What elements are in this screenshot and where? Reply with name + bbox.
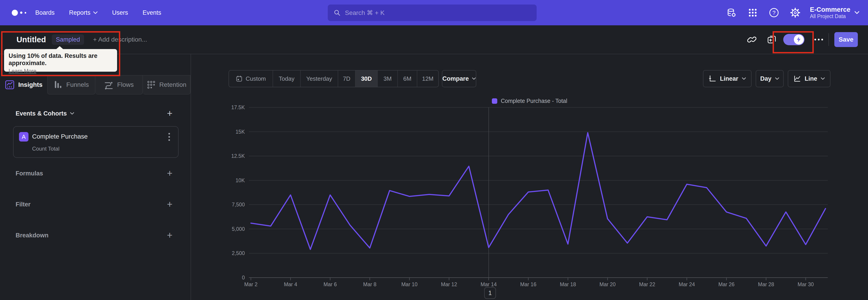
pagination-page-1[interactable]: 1 [484,287,496,299]
svg-text:2,500: 2,500 [232,250,245,256]
filter-section: Filter + [16,200,173,209]
calendar-icon [236,75,243,82]
nav-item-reports[interactable]: Reports [69,9,98,16]
tab-insights[interactable]: Insights [0,75,47,94]
filter-label: Filter [16,201,31,208]
nav-item-boards[interactable]: Boards [35,9,55,16]
range-6m[interactable]: 6M [398,70,417,87]
add-breakdown-button[interactable]: + [167,231,173,240]
svg-text:Mar 10: Mar 10 [401,281,417,287]
chevron-down-icon [821,77,825,80]
svg-text:12.5K: 12.5K [231,153,245,159]
report-type-tabs: Insights Funnels Flows [0,75,191,94]
settings-gear-icon[interactable] [790,7,800,18]
scale-dropdown[interactable]: Linear [703,70,752,87]
svg-text:Mar 26: Mar 26 [718,281,735,287]
svg-text:Mar 24: Mar 24 [679,281,695,287]
insights-icon [5,80,15,90]
top-nav-right: ? E-Commerce All Project Data [715,0,860,25]
tab-funnels[interactable]: Funnels [47,75,95,94]
report-title[interactable]: Untitled [17,35,46,44]
event-name[interactable]: Complete Purchase [32,133,88,140]
top-nav-menu: Boards Reports Users Events [35,9,161,16]
svg-text:7,500: 7,500 [232,202,245,208]
svg-text:Mar 2: Mar 2 [244,281,258,287]
svg-text:Mar 20: Mar 20 [599,281,616,287]
svg-text:Mar 18: Mar 18 [560,281,576,287]
tab-retention[interactable]: Retention [143,75,191,94]
svg-text:Mar 4: Mar 4 [284,281,297,287]
nav-item-events[interactable]: Events [143,9,161,16]
project-switcher[interactable]: E-Commerce All Project Data [810,6,860,20]
range-today[interactable]: Today [273,70,301,87]
tooltip-text: Using 10% of data. Results are approxima… [8,52,113,67]
range-7d[interactable]: 7D [338,70,355,87]
sampled-badge[interactable]: Sampled [52,34,84,45]
lightning-bolt-icon [794,35,804,44]
formulas-section: Formulas + [16,169,173,178]
search-input[interactable]: Search ⌘ + K [328,4,537,21]
chevron-down-icon [855,11,860,14]
tooltip-caret [56,46,63,49]
divider [829,33,829,46]
search-placeholder: Search ⌘ + K [345,9,384,17]
axis-scale-icon [709,75,716,83]
add-to-board-icon[interactable] [767,35,776,44]
chevron-down-icon [472,77,476,80]
date-range-control: Custom Today Yesterday 7D 30D 3M 6M 12M [228,70,439,87]
event-options-icon[interactable] [164,131,174,142]
tab-flows[interactable]: Flows [95,75,143,94]
svg-text:?: ? [772,10,776,16]
chevron-down-icon [742,77,746,80]
report-title-bar: Untitled Sampled + Add description... [0,25,868,54]
sampling-toggle[interactable] [783,34,804,45]
range-3m[interactable]: 3M [378,70,398,87]
learn-more-link[interactable]: Learn More [8,68,36,74]
svg-text:Mar 30: Mar 30 [798,281,814,287]
svg-text:Mar 28: Mar 28 [758,281,774,287]
svg-text:17.5K: 17.5K [231,104,245,110]
mixpanel-logo-icon[interactable] [12,10,26,16]
chart-controls: Custom Today Yesterday 7D 30D 3M 6M 12M … [191,70,868,87]
breakdown-section: Breakdown + [16,230,173,240]
data-management-icon[interactable] [726,7,737,18]
project-name: E-Commerce [810,6,850,13]
add-event-button[interactable]: + [167,109,173,118]
range-12m[interactable]: 12M [417,70,438,87]
event-metric[interactable]: Count Total [32,146,59,152]
project-scope: All Project Data [810,13,850,19]
save-button[interactable]: Save [834,32,858,47]
apps-grid-icon[interactable] [747,7,758,18]
line-chart[interactable]: 02,5005,0007,50010K12.5K15K17.5KMar 2Mar… [191,95,868,300]
chevron-down-icon [93,11,98,14]
range-30d[interactable]: 30D [355,70,378,87]
svg-text:Mar 14: Mar 14 [480,281,497,287]
range-custom[interactable]: Custom [229,70,273,87]
svg-text:Mar 8: Mar 8 [363,281,377,287]
more-menu-icon[interactable] [814,35,824,44]
nav-item-users[interactable]: Users [112,9,128,16]
events-cohorts-header: Events & Cohorts + [16,109,173,118]
compare-button[interactable]: Compare [442,70,476,87]
add-description[interactable]: + Add description... [93,36,147,43]
copy-link-icon[interactable] [747,35,756,44]
add-filter-button[interactable]: + [167,200,173,209]
flows-icon [104,80,114,90]
chart-type-dropdown[interactable]: Line [788,70,831,87]
funnels-icon [54,80,63,89]
query-builder-sidebar: Insights Funnels Flows [0,54,191,300]
event-row-complete-purchase[interactable]: A Complete Purchase Count Total [13,126,179,158]
add-formula-button[interactable]: + [167,169,173,178]
svg-text:15K: 15K [236,129,245,135]
chevron-down-icon [775,77,779,80]
help-icon[interactable]: ? [769,7,779,18]
svg-text:Mar 22: Mar 22 [639,281,655,287]
svg-text:0: 0 [242,275,245,280]
svg-text:Mar 16: Mar 16 [520,281,536,287]
granularity-dropdown[interactable]: Day [756,70,784,87]
chart-panel: Custom Today Yesterday 7D 30D 3M 6M 12M … [191,54,868,300]
events-cohorts-label[interactable]: Events & Cohorts [16,110,74,117]
line-chart-icon [794,75,801,83]
range-yesterday[interactable]: Yesterday [301,70,338,87]
svg-text:Mar 12: Mar 12 [441,281,457,287]
